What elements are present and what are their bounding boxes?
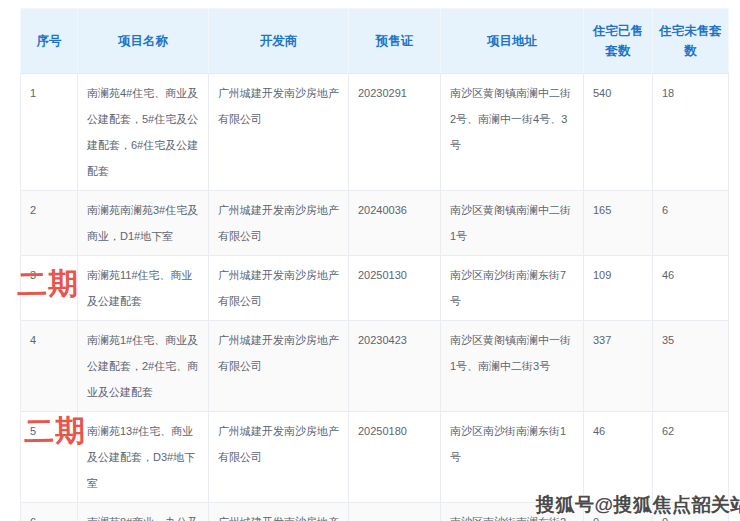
phase-annotation: 二期 bbox=[17, 268, 80, 299]
serial-cell: 5 二期 bbox=[21, 412, 78, 503]
sold-count-cell: 540 bbox=[584, 74, 653, 191]
developer-cell: 广州城建开发南沙房地产有限公司 bbox=[209, 503, 349, 521]
unsold-count-cell: 46 bbox=[653, 256, 729, 321]
table-header-row: 序号 项目名称 开发商 预售证 项目地址 住宅已售套数 住宅未售套数 bbox=[21, 9, 729, 74]
serial-cell: 4 bbox=[21, 321, 78, 412]
sold-count-cell: 337 bbox=[584, 321, 653, 412]
project-name-cell: 南澜苑11#住宅、商业及公建配套 bbox=[78, 256, 209, 321]
address-cell: 南沙区黄阁镇南澜中二街2号、南澜中一街4号、3号 bbox=[441, 74, 584, 191]
address-cell: 南沙区南沙街南澜东街1号 bbox=[441, 412, 584, 503]
column-header-address: 项目地址 bbox=[441, 9, 584, 74]
developer-cell: 广州城建开发南沙房地产有限公司 bbox=[209, 74, 349, 191]
address-cell: 南沙区黄阁镇南澜中二街1号 bbox=[441, 191, 584, 256]
unsold-count-cell: 62 bbox=[653, 412, 729, 503]
sold-count-cell: 109 bbox=[584, 256, 653, 321]
table-row: 4 南澜苑1#住宅、商业及公建配套，2#住宅、商业及公建配套 广州城建开发南沙房… bbox=[21, 321, 729, 412]
table-row: 1 南澜苑4#住宅、商业及公建配套，5#住宅及公建配套，6#住宅及公建配套 广州… bbox=[21, 74, 729, 191]
table-row: 5 二期 南澜苑13#住宅、商业及公建配套，D3#地下室 广州城建开发南沙房地产… bbox=[21, 412, 729, 503]
address-cell: 南沙区黄阁镇南澜中一街1号、南澜中二街3号 bbox=[441, 321, 584, 412]
column-header-name: 项目名称 bbox=[78, 9, 209, 74]
developer-cell: 广州城建开发南沙房地产有限公司 bbox=[209, 412, 349, 503]
permit-cell: 20230423 bbox=[349, 321, 441, 412]
developer-cell: 广州城建开发南沙房地产有限公司 bbox=[209, 321, 349, 412]
permit-cell: 20250180 bbox=[349, 412, 441, 503]
project-name-cell: 南澜苑4#住宅、商业及公建配套，5#住宅及公建配套，6#住宅及公建配套 bbox=[78, 74, 209, 191]
table-row: 3 二期 南澜苑11#住宅、商业及公建配套 广州城建开发南沙房地产有限公司 20… bbox=[21, 256, 729, 321]
permit-cell: 20250130 bbox=[349, 256, 441, 321]
presale-table-container: 序号 项目名称 开发商 预售证 项目地址 住宅已售套数 住宅未售套数 1 南澜苑… bbox=[20, 8, 728, 521]
table-row: 2 南澜苑南澜苑3#住宅及商业，D1#地下室 广州城建开发南沙房地产有限公司 2… bbox=[21, 191, 729, 256]
project-name-cell: 南澜苑南澜苑3#住宅及商业，D1#地下室 bbox=[78, 191, 209, 256]
developer-cell: 广州城建开发南沙房地产有限公司 bbox=[209, 256, 349, 321]
project-name-cell: 南澜苑8#商业、办公及公建配套 bbox=[78, 503, 209, 521]
unsold-count-cell: 18 bbox=[653, 74, 729, 191]
serial-cell: 2 bbox=[21, 191, 78, 256]
sold-count-cell: 46 bbox=[584, 412, 653, 503]
column-header-developer: 开发商 bbox=[209, 9, 349, 74]
presale-table: 序号 项目名称 开发商 预售证 项目地址 住宅已售套数 住宅未售套数 1 南澜苑… bbox=[20, 8, 729, 521]
serial-cell: 1 bbox=[21, 74, 78, 191]
unsold-count-cell: 6 bbox=[653, 191, 729, 256]
column-header-sold: 住宅已售套数 bbox=[584, 9, 653, 74]
column-header-serial: 序号 bbox=[21, 9, 78, 74]
permit-cell bbox=[349, 503, 441, 521]
unsold-count-cell: 35 bbox=[653, 321, 729, 412]
project-name-cell: 南澜苑13#住宅、商业及公建配套，D3#地下室 bbox=[78, 412, 209, 503]
project-name-cell: 南澜苑1#住宅、商业及公建配套，2#住宅、商业及公建配套 bbox=[78, 321, 209, 412]
permit-cell: 20240036 bbox=[349, 191, 441, 256]
serial-cell: 3 二期 bbox=[21, 256, 78, 321]
address-cell: 南沙区南沙街南澜东街7号 bbox=[441, 256, 584, 321]
serial-cell: 6 bbox=[21, 503, 78, 521]
column-header-unsold: 住宅未售套数 bbox=[653, 9, 729, 74]
permit-cell: 20230291 bbox=[349, 74, 441, 191]
sohu-watermark: 搜狐号@搜狐焦点韶关站 bbox=[536, 492, 740, 518]
column-header-permit: 预售证 bbox=[349, 9, 441, 74]
developer-cell: 广州城建开发南沙房地产有限公司 bbox=[209, 191, 349, 256]
sold-count-cell: 165 bbox=[584, 191, 653, 256]
